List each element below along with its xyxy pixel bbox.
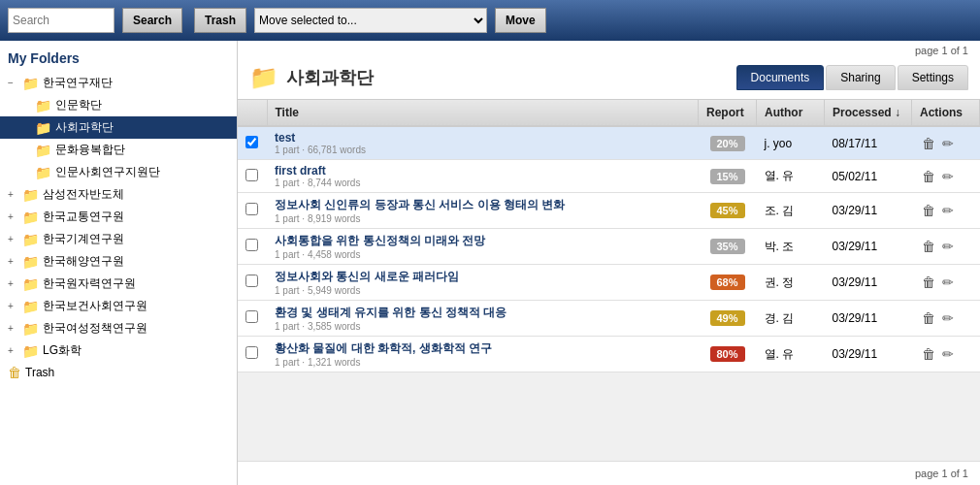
move-to-select[interactable]: Move selected to... (254, 8, 487, 33)
sidebar-item-한국여성정책연구원[interactable]: +📁한국여성정책연구원 (0, 317, 237, 340)
expand-icon-한국해양연구원[interactable]: + (8, 256, 19, 267)
table-row: 환경 및 생태계 유지를 위한 통신 정책적 대응 1 part · 3,585… (238, 301, 980, 337)
report-badge-5: 49% (710, 310, 745, 326)
edit-icon-6[interactable]: ✏ (942, 346, 954, 362)
table-row: test 1 part · 66,781 words20%j. yoo08/17… (238, 126, 980, 160)
expand-icon-삼성전자반도체[interactable]: + (8, 189, 19, 200)
sidebar-items: −📁한국연구재단📁인문학단📁사회과학단📁문화융복합단📁인문사회연구지원단+📁삼성… (0, 72, 237, 383)
row-title-cell-5: 환경 및 생태계 유지를 위한 통신 정책적 대응 1 part · 3,585… (267, 301, 699, 337)
delete-icon-6[interactable]: 🗑 (922, 346, 935, 362)
row-report-cell-0: 20% (699, 126, 757, 160)
report-badge-6: 80% (710, 346, 745, 362)
row-actions-cell-6: 🗑 ✏ (912, 337, 980, 372)
expand-icon-한국보건사회연구원[interactable]: + (8, 301, 19, 311)
edit-icon-3[interactable]: ✏ (942, 239, 954, 254)
row-checkbox-5[interactable] (245, 310, 258, 323)
folder-icon-한국해양연구원: 📁 (22, 254, 39, 270)
sidebar-label-한국연구재단: 한국연구재단 (43, 75, 113, 91)
edit-icon-1[interactable]: ✏ (942, 169, 954, 184)
sidebar-title: My Folders (0, 45, 237, 72)
expand-icon-LG화학[interactable]: + (8, 345, 19, 356)
sidebar-item-한국원자력연구원[interactable]: +📁한국원자력연구원 (0, 273, 237, 295)
row-checkbox-4[interactable] (245, 275, 258, 287)
delete-icon-2[interactable]: 🗑 (922, 203, 935, 218)
row-title-6: 황산화 물질에 대한 화학적, 생화학적 연구 (275, 340, 691, 357)
delete-icon-4[interactable]: 🗑 (922, 275, 935, 290)
row-actions-cell-5: 🗑 ✏ (912, 301, 980, 337)
row-checkbox-1[interactable] (245, 169, 258, 181)
row-checkbox-cell-1 (238, 160, 267, 193)
sidebar-label-사회과학단: 사회과학단 (55, 119, 114, 136)
row-actions-cell-2: 🗑 ✏ (912, 193, 980, 229)
expand-icon-한국기계연구원[interactable]: + (8, 234, 19, 244)
table-row: 정보사회 신인류의 등장과 통신 서비스 이용 형태의 변화 1 part · … (238, 193, 980, 229)
toolbar: Search Trash Move selected to... Move (0, 0, 980, 41)
folder-title-area: 📁 사회과학단 (249, 64, 374, 91)
delete-icon-5[interactable]: 🗑 (922, 310, 935, 326)
sidebar-item-문화융복합단[interactable]: 📁문화융복합단 (0, 139, 237, 161)
row-checkbox-6[interactable] (245, 346, 258, 359)
edit-icon-5[interactable]: ✏ (942, 310, 954, 326)
edit-icon-4[interactable]: ✏ (942, 275, 954, 290)
row-processed-cell-0: 08/17/11 (825, 126, 912, 160)
row-checkbox-2[interactable] (245, 203, 258, 215)
expand-icon-한국연구재단[interactable]: − (8, 78, 19, 88)
sidebar-item-삼성전자반도체[interactable]: +📁삼성전자반도체 (0, 183, 237, 206)
row-author-cell-2: 조. 김 (757, 193, 825, 229)
sidebar-item-인문학단[interactable]: 📁인문학단 (0, 94, 237, 116)
sidebar-label-한국교통연구원: 한국교통연구원 (43, 209, 124, 225)
main-layout: My Folders −📁한국연구재단📁인문학단📁사회과학단📁문화융복합단📁인문… (0, 41, 980, 485)
sidebar-item-인문사회연구지원단[interactable]: 📁인문사회연구지원단 (0, 161, 237, 183)
folder-icon-사회과학단: 📁 (35, 120, 51, 136)
delete-icon-3[interactable]: 🗑 (922, 239, 935, 254)
col-processed[interactable]: Processed ↓ (825, 100, 912, 126)
edit-icon-0[interactable]: ✏ (942, 136, 954, 151)
folder-icon-한국교통연구원: 📁 (22, 210, 39, 225)
sidebar-item-LG화학[interactable]: +📁LG화학 (0, 340, 237, 362)
row-author-cell-3: 박. 조 (757, 229, 825, 265)
folder-icon-한국원자력연구원: 📁 (22, 276, 39, 292)
delete-icon-0[interactable]: 🗑 (922, 136, 935, 151)
tab-sharing[interactable]: Sharing (826, 65, 895, 90)
row-processed-cell-4: 03/29/11 (825, 265, 912, 301)
tab-settings[interactable]: Settings (898, 65, 968, 90)
row-checkbox-cell-5 (238, 301, 267, 337)
row-author-cell-4: 권. 정 (757, 265, 825, 301)
sidebar-item-한국교통연구원[interactable]: +📁한국교통연구원 (0, 206, 237, 228)
edit-icon-2[interactable]: ✏ (942, 203, 954, 218)
document-table: Title Report Author Processed ↓ Actions … (238, 100, 980, 372)
row-checkbox-cell-3 (238, 229, 267, 265)
row-meta-0: 1 part · 66,781 words (275, 145, 691, 155)
trash-button[interactable]: Trash (194, 8, 246, 33)
row-checkbox-cell-0 (238, 126, 267, 160)
sidebar-item-한국보건사회연구원[interactable]: +📁한국보건사회연구원 (0, 295, 237, 317)
sidebar-item-한국기계연구원[interactable]: +📁한국기계연구원 (0, 228, 237, 250)
search-button[interactable]: Search (122, 8, 182, 33)
row-checkbox-0[interactable] (245, 136, 258, 148)
row-checkbox-cell-2 (238, 193, 267, 229)
row-checkbox-3[interactable] (245, 239, 258, 251)
row-meta-6: 1 part · 1,321 words (275, 357, 691, 368)
search-input[interactable] (8, 8, 114, 33)
row-title-2: 정보사회 신인류의 등장과 통신 서비스 이용 형태의 변화 (275, 197, 691, 213)
sidebar-label-LG화학: LG화학 (43, 342, 82, 359)
folder-icon-인문학단: 📁 (35, 98, 51, 113)
sidebar-item-Trash[interactable]: 🗑Trash (0, 362, 237, 383)
sidebar-item-사회과학단[interactable]: 📁사회과학단 (0, 116, 237, 139)
folder-icon-한국여성정책연구원: 📁 (22, 321, 39, 337)
row-meta-2: 1 part · 8,919 words (275, 213, 691, 224)
tab-documents[interactable]: Documents (736, 65, 825, 90)
row-actions-cell-0: 🗑 ✏ (912, 126, 980, 160)
expand-icon-한국원자력연구원[interactable]: + (8, 278, 19, 289)
report-badge-4: 68% (710, 275, 745, 290)
sidebar-item-한국해양연구원[interactable]: +📁한국해양연구원 (0, 250, 237, 273)
report-badge-3: 35% (710, 239, 745, 254)
delete-icon-1[interactable]: 🗑 (922, 169, 935, 184)
sidebar-item-한국연구재단[interactable]: −📁한국연구재단 (0, 72, 237, 94)
row-title-0: test (275, 131, 691, 145)
expand-icon-한국여성정책연구원[interactable]: + (8, 323, 19, 334)
expand-icon-한국교통연구원[interactable]: + (8, 211, 19, 222)
report-badge-1: 15% (710, 169, 745, 184)
move-button[interactable]: Move (495, 8, 546, 33)
folder-icon-삼성전자반도체: 📁 (22, 187, 39, 203)
